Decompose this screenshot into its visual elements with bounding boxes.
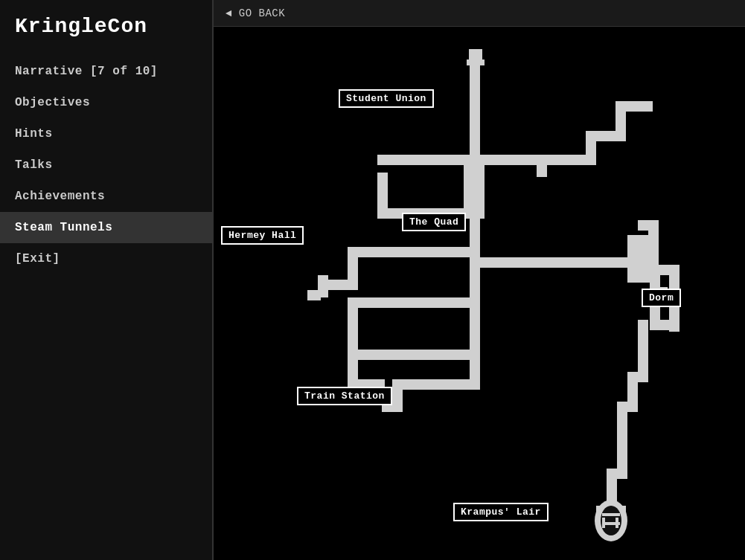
svg-rect-28 — [617, 402, 627, 476]
location-hermey-hall[interactable]: Hermey Hall — [221, 226, 304, 245]
svg-rect-36 — [602, 518, 605, 528]
svg-rect-1 — [467, 59, 485, 65]
svg-rect-2 — [470, 65, 480, 170]
svg-rect-37 — [615, 518, 618, 528]
svg-rect-39 — [348, 297, 358, 357]
topbar: ◄ GO BACK — [214, 0, 745, 27]
map-container: Student Union The Quad Hermey Hall Dorm … — [214, 27, 745, 560]
main-content: ◄ GO BACK — [214, 0, 745, 560]
sidebar: KringleCon Narrative [7 of 10]Objectives… — [0, 0, 214, 560]
sidebar-item-exit[interactable]: [Exit] — [0, 243, 212, 274]
svg-rect-3 — [377, 155, 541, 165]
sidebar-item-talks[interactable]: Talks — [0, 149, 212, 181]
svg-rect-9 — [348, 247, 480, 257]
go-back-button[interactable]: ◄ GO BACK — [226, 7, 285, 19]
location-krampus-lair[interactable]: Krampus' Lair — [453, 503, 549, 521]
svg-rect-38 — [348, 297, 473, 308]
sidebar-item-narrative[interactable]: Narrative [7 of 10] — [0, 56, 212, 87]
sidebar-item-achievements[interactable]: Achievements — [0, 181, 212, 212]
svg-rect-23 — [638, 265, 680, 275]
svg-rect-49 — [638, 220, 659, 231]
svg-rect-7 — [464, 165, 485, 219]
sidebar-item-objectives[interactable]: Objectives — [0, 87, 212, 118]
location-student-union[interactable]: Student Union — [339, 89, 434, 108]
svg-rect-15 — [470, 257, 648, 268]
svg-rect-34 — [602, 513, 620, 516]
location-the-quad[interactable]: The Quad — [402, 213, 466, 231]
svg-rect-56 — [615, 101, 653, 112]
nav-list: Narrative [7 of 10]ObjectivesHintsTalksA… — [0, 56, 212, 274]
svg-rect-43 — [392, 379, 480, 390]
svg-rect-40 — [348, 350, 474, 360]
svg-rect-17 — [627, 235, 648, 245]
map-canvas: Student Union The Quad Hermey Hall Dorm … — [214, 27, 745, 560]
sidebar-item-hints[interactable]: Hints — [0, 118, 212, 149]
svg-rect-10 — [348, 247, 358, 284]
svg-rect-8 — [470, 217, 480, 247]
location-train-station[interactable]: Train Station — [297, 387, 392, 405]
svg-rect-13 — [307, 290, 321, 300]
sidebar-item-steam-tunnels[interactable]: Steam Tunnels — [0, 212, 212, 243]
svg-rect-18 — [627, 245, 638, 275]
app-title: KringleCon — [0, 0, 212, 56]
svg-rect-24 — [638, 320, 648, 379]
location-dorm[interactable]: Dorm — [642, 289, 681, 307]
